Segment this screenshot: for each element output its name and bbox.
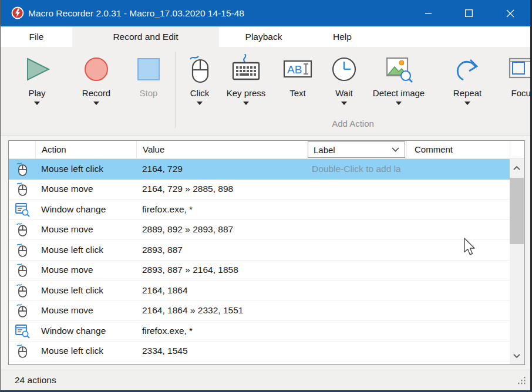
table-row[interactable]: Window change firefox.exe, *	[9, 200, 510, 220]
label-filter-dropdown[interactable]: Label	[308, 141, 405, 158]
scrollbar-thumb[interactable]	[510, 178, 524, 244]
detect-image-icon	[383, 53, 414, 86]
minimize-button[interactable]	[415, 0, 442, 26]
value-cell: 2164, 1864	[136, 285, 305, 296]
toolbar-button[interactable]: Focus	[494, 53, 532, 119]
action-cell: Window change	[35, 204, 136, 215]
resize-grip[interactable]	[516, 375, 527, 388]
action-cell: Mouse move	[35, 305, 136, 316]
table-row[interactable]: Mouse move 2893, 887 » 2164, 1858	[9, 261, 510, 281]
dropdown-arrow-icon[interactable]	[464, 102, 470, 105]
table-row[interactable]: Mouse move 2889, 892 » 2893, 887	[9, 220, 510, 241]
toolbar-button-label: Key press	[227, 88, 266, 98]
menu-tab[interactable]: File	[1, 26, 72, 47]
toolbar-button-label: Repeat	[453, 88, 482, 98]
chevron-up-icon	[513, 165, 521, 171]
dropdown-arrow-icon[interactable]	[93, 102, 99, 105]
maximize-icon	[465, 9, 473, 17]
toolbar-button-label: Play	[28, 88, 45, 98]
toolbar-button[interactable]: Key press	[217, 53, 275, 119]
mouse-icon	[9, 283, 35, 298]
column-header-comment[interactable]: Comment	[406, 141, 510, 159]
action-cell: Mouse move	[35, 184, 136, 194]
close-button[interactable]	[497, 0, 524, 26]
table-row[interactable]: Mouse left click 2893, 887	[9, 240, 510, 261]
mouse-icon	[9, 242, 35, 258]
table-row[interactable]: Mouse move 2164, 729 » 2885, 898	[9, 180, 510, 200]
dropdown-arrow-icon[interactable]	[34, 102, 40, 105]
actions-table: Action Value Label Comment Mouse left cl…	[8, 140, 525, 365]
toolbar-button-label: Focus	[511, 88, 532, 98]
table-row[interactable]: Mouse left click 2164, 729 Double-Click …	[9, 159, 510, 180]
dropdown-arrow-icon[interactable]	[341, 102, 347, 105]
toolbar-button[interactable]: Play	[8, 53, 66, 119]
window-change-icon	[9, 202, 35, 217]
app-logo-lightning-icon	[11, 6, 25, 20]
table-row[interactable]: Mouse left click 2334, 1545	[9, 342, 510, 362]
mouse-icon	[9, 262, 35, 278]
value-cell: 2893, 887	[136, 245, 305, 255]
stop-icon	[133, 53, 164, 86]
dropdown-arrow-icon[interactable]	[197, 102, 203, 105]
mouse-icon	[9, 303, 35, 318]
menu-tab[interactable]: Playback	[219, 26, 308, 47]
window-change-icon	[9, 323, 35, 339]
mouse-icon	[9, 181, 35, 197]
value-cell: 2893, 887 » 2164, 1858	[136, 265, 305, 275]
table-row[interactable]: Mouse move 2164, 1864 » 2332, 1551	[9, 301, 510, 322]
dropdown-arrow-icon[interactable]	[243, 102, 249, 105]
table-row[interactable]: Window change firefox.exe, *	[9, 321, 510, 342]
svg-text:AB: AB	[287, 63, 302, 76]
column-header-action[interactable]: Action	[35, 141, 136, 159]
toolbar-button-label: Click	[190, 88, 210, 98]
keyboard-icon	[231, 53, 261, 86]
maximize-button[interactable]	[455, 0, 482, 26]
action-cell: Mouse move	[35, 265, 136, 275]
ribbon-separator	[175, 52, 176, 128]
toolbar-button[interactable]: Repeat	[438, 53, 497, 119]
vertical-scrollbar[interactable]	[510, 159, 524, 364]
menu-tab-label: File	[29, 32, 44, 42]
toolbar-button-label: Text	[289, 88, 306, 98]
mouse-icon	[9, 343, 35, 359]
chevron-down-icon	[392, 147, 399, 152]
menu-tab[interactable]: Help	[308, 26, 376, 47]
ribbon-group-label: Add Action	[175, 119, 531, 129]
statusbar: 24 actions	[1, 370, 530, 390]
mouse-icon	[184, 53, 215, 86]
toolbar-button-label: Detect image	[373, 88, 425, 98]
table-row[interactable]: Mouse left click 2164, 1864	[9, 281, 510, 301]
value-cell: firefox.exe, *	[136, 326, 305, 336]
action-cell: Mouse left click	[35, 285, 136, 296]
toolbar-button[interactable]: Stop	[119, 53, 178, 119]
column-header-value[interactable]: Value	[136, 141, 305, 159]
action-cell: Mouse left click	[35, 164, 136, 174]
record-icon	[81, 53, 112, 86]
mouse-icon	[9, 161, 35, 177]
toolbar-button[interactable]: Record	[67, 53, 126, 119]
chevron-down-icon	[513, 353, 521, 359]
toolbar-button[interactable]: Detect image	[363, 53, 434, 119]
value-cell: 2164, 729 » 2885, 898	[136, 184, 305, 194]
menu-tab[interactable]: Record and Edit	[72, 26, 219, 47]
scroll-down-button[interactable]	[510, 347, 524, 364]
toolbar-button-label: Stop	[140, 88, 158, 98]
dropdown-arrow-icon[interactable]	[396, 102, 402, 105]
value-cell: 2334, 1545	[136, 346, 305, 356]
menu-tab-label: Record and Edit	[113, 32, 178, 42]
action-cell: Mouse move	[35, 224, 136, 235]
header-separator	[510, 141, 510, 159]
close-icon	[506, 9, 514, 18]
value-cell: firefox.exe, *	[136, 204, 305, 215]
table-rows: Mouse left click 2164, 729 Double-Click …	[9, 159, 510, 361]
value-cell: 2164, 1864 » 2332, 1551	[136, 305, 305, 316]
repeat-arrow-icon	[452, 53, 483, 86]
label-cell[interactable]: Double-Click to add la	[305, 164, 403, 174]
window-title: Macro Recorder 2.0.31 - Macro_17.03.2020…	[28, 0, 244, 26]
app-window: Macro Recorder 2.0.31 - Macro_17.03.2020…	[0, 0, 532, 392]
menu-tab-label: Playback	[245, 32, 282, 42]
focus-icon	[508, 53, 532, 86]
scroll-up-button[interactable]	[510, 159, 524, 177]
action-cell: Window change	[35, 326, 136, 336]
menu-tab-label: Help	[333, 32, 352, 42]
